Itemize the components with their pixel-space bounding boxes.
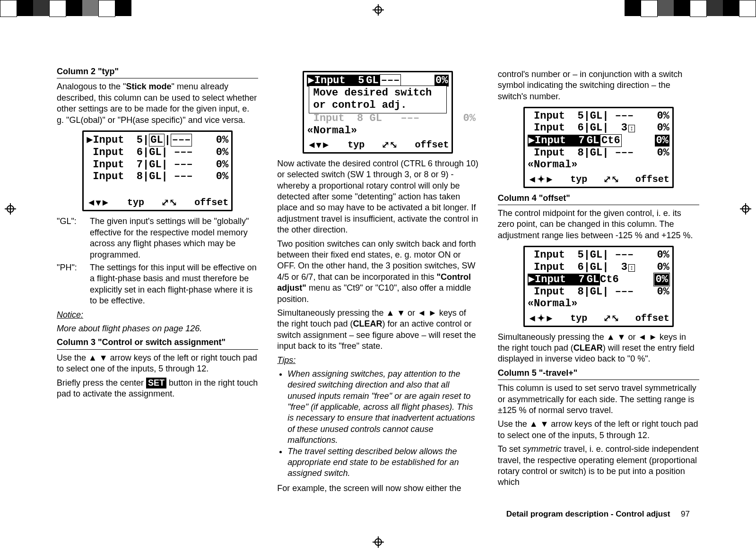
- heading-col2-typ: Column 2 "typ": [57, 66, 258, 78]
- tips-list: When assigning switches, pay attention t…: [277, 369, 478, 479]
- lcd-cell: 0%: [657, 249, 669, 261]
- lcd-cell: Input 6: [528, 261, 584, 273]
- lcd-nav-icon: ◄▾►: [87, 197, 110, 208]
- para: The control midpoint for the given contr…: [498, 208, 699, 241]
- content-columns: Column 2 "typ" Analogous to the "Stick m…: [57, 66, 699, 497]
- set-button-label: SET: [146, 378, 166, 388]
- lcd-cell: –––: [171, 134, 192, 147]
- lcd-cell: 0%: [657, 110, 669, 122]
- lcd-cell: –––: [615, 147, 634, 159]
- column-3: control's number or – in conjunction wit…: [498, 66, 699, 497]
- lcd-cell: 0%: [434, 75, 449, 86]
- lcd-footer-label: typ: [570, 313, 587, 324]
- lcd-screen-move-switch: ▶Input 5GL –––0% Move desired switch or …: [303, 71, 453, 154]
- lcd-cell: GL: [149, 147, 161, 158]
- footer-title: Detail program description - Control adj…: [506, 509, 670, 518]
- lcd-cell: GL: [590, 286, 602, 298]
- lcd-nav-icon: ⤢⤡: [603, 313, 619, 324]
- lcd-cell: GL: [365, 75, 379, 86]
- lcd-cell: GL: [586, 135, 600, 147]
- heading-col3-control: Column 3 "Control or switch assignment": [57, 337, 258, 349]
- para-clear2: Simultaneously pressing the ▲ ▼ or ◄ ► k…: [498, 332, 699, 365]
- lcd-nav-icon: ◄✦►: [528, 174, 555, 185]
- definition: The given input's settings will be "glob…: [90, 216, 258, 260]
- lcd-footer-label: typ: [348, 139, 365, 150]
- lcd-footer-label: typ: [570, 174, 587, 185]
- notice-body: More about flight phases on page 126.: [57, 323, 258, 334]
- switch-icon: [627, 122, 635, 134]
- registration-mark-left: [5, 203, 16, 215]
- lcd-cell: GL: [590, 261, 602, 273]
- para: Use the ▲ ▼ arrow keys of the left or ri…: [57, 353, 258, 375]
- lcd-cell: –––: [174, 147, 193, 158]
- text-bold: Stick mode: [126, 82, 172, 91]
- para: Use the ▲ ▼ arrow keys of the left or ri…: [498, 419, 699, 441]
- lcd-cell: Input 5: [528, 110, 584, 122]
- lcd-cell: 0%: [655, 135, 669, 147]
- lcd-cell: ▶Input 7: [528, 274, 586, 285]
- para: control's number or – in conjunction wit…: [498, 69, 699, 102]
- lcd-nav-icon: ⤢⤡: [161, 197, 177, 208]
- lcd-footer-label: offset: [635, 174, 669, 185]
- lcd-footer-label: offset: [194, 197, 228, 208]
- lcd-message: or control adj.: [313, 99, 443, 112]
- para: For example, the screen will now show ei…: [277, 483, 478, 494]
- para-clear1: Simultaneously pressing the ▲ ▼ or ◄ ► k…: [277, 308, 478, 352]
- text: To set: [498, 444, 523, 454]
- term: "GL":: [57, 216, 90, 260]
- lcd-cell: 3: [615, 122, 627, 134]
- lcd-cell: ▶Input 5: [307, 75, 365, 86]
- lcd-footer-label: offset: [635, 313, 669, 324]
- para-stickmode: Analogous to the "Stick mode" menu alrea…: [57, 81, 258, 126]
- registration-mark-top: [0, 3, 756, 17]
- lcd-cell: Input 8: [528, 147, 584, 159]
- text-bold: CLEAR: [353, 319, 382, 328]
- lcd-nav-icon: ⤢⤡: [382, 139, 398, 150]
- para-set: Briefly press the center SET button in t…: [57, 378, 258, 400]
- lcd-cell: ▶Input 5: [87, 134, 143, 146]
- lcd-cell-selected: 0%: [654, 273, 669, 286]
- text: menu as "Ct9" or "C10", also offer a mid…: [277, 283, 471, 303]
- heading-col5-travel: Column 5 "-travel+": [498, 368, 699, 380]
- column-1: Column 2 "typ" Analogous to the "Stick m…: [57, 66, 258, 497]
- lcd-cell: –––: [615, 249, 634, 261]
- lcd-cell: 0%: [657, 286, 669, 298]
- para-controladj: Two position switches can only switch ba…: [277, 239, 478, 305]
- text: Analogous to the ": [57, 82, 126, 91]
- lcd-screen-ct6: Input 5|GL| –––0% Input 6|GL| 30% ▶Input…: [523, 107, 674, 188]
- lcd-cell: GL: [149, 171, 161, 182]
- lcd-cell: –––: [174, 159, 193, 171]
- lcd-cell: Input 6: [528, 122, 584, 134]
- lcd-cell: GL: [590, 122, 602, 134]
- para: This column is used to set servo travel …: [498, 383, 699, 416]
- lcd-cell: GL: [149, 159, 161, 171]
- lcd-cell: GL: [590, 147, 602, 159]
- lcd-cell: 0%: [657, 122, 669, 134]
- lcd-cell: GL: [590, 110, 602, 122]
- page-number: 97: [681, 509, 690, 518]
- page-footer: Detail program description - Control adj…: [506, 509, 690, 519]
- lcd-cell: GL: [590, 249, 602, 261]
- lcd-cell: GL: [586, 274, 600, 285]
- text: Briefly press the center: [57, 378, 146, 388]
- lcd-nav-icon: ⤢⤡: [603, 174, 619, 185]
- lcd-cell: Ct6: [600, 274, 619, 285]
- lcd-phase-label: «Normal»: [528, 298, 669, 310]
- lcd-cell: ▶Input 7: [528, 135, 586, 147]
- lcd-cell: 0%: [216, 147, 228, 158]
- definition: The settings for this input will be effe…: [90, 262, 258, 307]
- lcd-screen-offset: Input 5|GL| –––0% Input 6|GL| 30% ▶Input…: [523, 246, 674, 327]
- text-italic: symmetric: [523, 444, 562, 454]
- lcd-cell: 0%: [216, 171, 228, 182]
- lcd-nav-icon: ◄▾►: [307, 139, 330, 150]
- term: "PH":: [57, 262, 90, 307]
- lcd-cell: Input 5: [528, 249, 584, 261]
- lcd-footer-label: offset: [415, 139, 449, 150]
- lcd-footer-label: typ: [127, 197, 144, 208]
- lcd-phase-label: «Normal»: [528, 159, 669, 171]
- lcd-screen-typ: ▶Input 5|GL|–––0% Input 6|GL| –––0% Inpu…: [82, 130, 233, 211]
- para-symmetric: To set symmetric travel, i. e. control-s…: [498, 444, 699, 488]
- lcd-cell: Input 7: [87, 159, 143, 171]
- lcd-cell: 0%: [216, 159, 228, 171]
- registration-mark-bottom: [0, 535, 756, 549]
